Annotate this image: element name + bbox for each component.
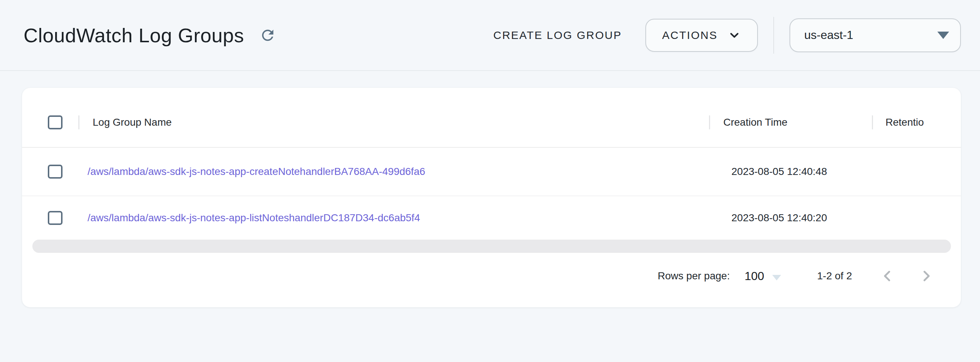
row-checkbox[interactable] xyxy=(48,211,62,225)
previous-page-button[interactable] xyxy=(878,267,896,285)
log-group-link[interactable]: /aws/lambda/aws-sdk-js-notes-app-createN… xyxy=(88,166,425,177)
table-row: /aws/lambda/aws-sdk-js-notes-app-listNot… xyxy=(22,196,961,240)
chevron-left-icon xyxy=(879,268,896,284)
topbar: CloudWatch Log Groups CREATE LOG GROUP A… xyxy=(0,0,980,71)
chevron-right-icon xyxy=(918,268,934,284)
log-group-name-cell: /aws/lambda/aws-sdk-js-notes-app-createN… xyxy=(88,166,732,178)
rows-per-page-label: Rows per page: xyxy=(658,270,730,282)
log-group-name-cell: /aws/lambda/aws-sdk-js-notes-app-listNot… xyxy=(88,212,732,224)
chevron-down-icon xyxy=(728,29,741,42)
region-select-value: us-east-1 xyxy=(804,28,853,42)
horizontal-scrollbar-thumb[interactable] xyxy=(32,240,951,253)
rows-per-page-value: 100 xyxy=(745,269,764,283)
create-log-group-button[interactable]: CREATE LOG GROUP xyxy=(493,29,622,41)
actions-button-label: ACTIONS xyxy=(662,29,718,41)
column-header-log-group-name[interactable]: Log Group Name xyxy=(93,116,709,128)
column-header-retention[interactable]: Retentio xyxy=(886,116,924,128)
next-page-button[interactable] xyxy=(918,267,935,285)
select-all-checkbox[interactable] xyxy=(48,115,62,129)
caret-down-icon xyxy=(772,275,781,280)
log-group-link[interactable]: /aws/lambda/aws-sdk-js-notes-app-listNot… xyxy=(88,212,420,224)
column-separator xyxy=(709,115,710,129)
pagination-bar: Rows per page: 100 1-2 of 2 xyxy=(22,256,961,307)
row-checkbox[interactable] xyxy=(48,165,62,179)
pagination-range-label: 1-2 of 2 xyxy=(817,270,852,282)
column-header-creation-time[interactable]: Creation Time xyxy=(723,116,872,128)
topbar-vertical-divider xyxy=(773,17,774,54)
column-separator xyxy=(78,115,80,129)
refresh-button[interactable] xyxy=(258,25,278,46)
caret-down-icon xyxy=(937,32,949,39)
creation-time-cell: 2023-08-05 12:40:20 xyxy=(732,212,827,224)
region-select[interactable]: us-east-1 xyxy=(789,18,961,52)
page-title: CloudWatch Log Groups xyxy=(24,24,244,47)
actions-button[interactable]: ACTIONS xyxy=(645,19,758,52)
table-row: /aws/lambda/aws-sdk-js-notes-app-createN… xyxy=(22,148,961,196)
creation-time-cell: 2023-08-05 12:40:48 xyxy=(732,166,827,178)
log-groups-card: Log Group Name Creation Time Retentio /a… xyxy=(22,88,961,307)
column-separator xyxy=(872,115,873,129)
rows-per-page-select[interactable]: 100 xyxy=(745,269,781,283)
table-header-row: Log Group Name Creation Time Retentio xyxy=(22,88,961,148)
refresh-icon xyxy=(259,27,276,44)
horizontal-scrollbar xyxy=(22,240,961,256)
